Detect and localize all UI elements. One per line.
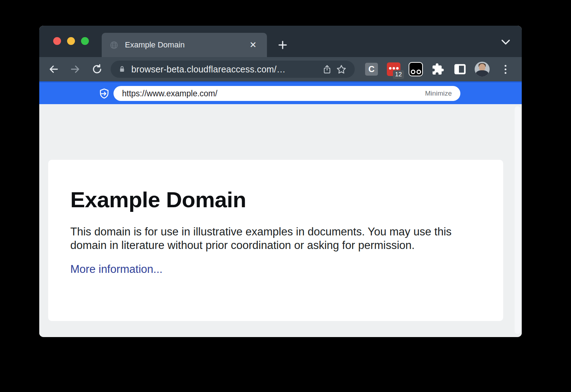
lock-icon (118, 65, 126, 74)
side-panel-icon (454, 63, 466, 76)
user-avatar (475, 62, 490, 77)
address-bar[interactable]: browser-beta.cloudflareaccess.com/… (111, 61, 355, 78)
reload-button[interactable] (89, 61, 106, 78)
extension-c-icon: C (365, 63, 378, 76)
zoom-window-button[interactable] (81, 37, 89, 45)
isolation-url-value: https://www.example.com/ (122, 89, 425, 98)
minimize-window-button[interactable] (67, 37, 75, 45)
forward-arrow-icon (70, 63, 81, 75)
share-button[interactable] (320, 62, 334, 76)
side-panel-button[interactable] (453, 62, 468, 77)
chevron-down-icon (500, 38, 511, 46)
share-icon (322, 64, 332, 75)
minimize-bar-button[interactable]: Minimize (425, 90, 452, 97)
isolation-shield (98, 87, 110, 100)
window-controls (53, 37, 89, 45)
content-card: Example Domain This domain is for use in… (48, 160, 503, 321)
extension-two-circles-icon (409, 62, 423, 76)
isolation-url-input[interactable]: https://www.example.com/ Minimize (113, 86, 460, 101)
vertical-scrollbar[interactable] (515, 106, 520, 334)
page-viewport: Example Domain This domain is for use in… (39, 104, 522, 336)
extension-badge-count: 12 (393, 70, 404, 79)
address-bar-url: browser-beta.cloudflareaccess.com/… (131, 64, 320, 75)
extensions-menu-button[interactable] (430, 62, 445, 77)
tab-example-domain[interactable]: Example Domain ✕ (102, 33, 267, 57)
puzzle-piece-icon (431, 63, 444, 76)
page-heading: Example Domain (70, 187, 503, 212)
tab-strip: Example Domain ✕ (39, 26, 522, 57)
close-window-button[interactable] (53, 37, 61, 45)
forward-button[interactable] (67, 61, 84, 78)
back-button[interactable] (45, 61, 62, 78)
bookmark-star-button[interactable] (334, 62, 348, 76)
plus-icon (277, 40, 288, 50)
page-paragraph: This domain is for use in illustrative e… (70, 225, 484, 252)
browser-toolbar: browser-beta.cloudflareaccess.com/… C 12 (39, 57, 522, 81)
extensions-area: C 12 (364, 62, 506, 77)
reload-icon (91, 63, 103, 75)
tab-close-icon[interactable]: ✕ (247, 39, 259, 51)
tab-search-chevron-button[interactable] (500, 38, 511, 46)
isolation-bar: https://www.example.com/ Minimize (39, 81, 522, 104)
browser-menu-button[interactable] (505, 65, 506, 74)
extension-camera-button[interactable] (408, 62, 423, 77)
back-arrow-icon (48, 63, 59, 75)
star-icon (336, 64, 347, 75)
shield-arrow-icon (98, 87, 110, 100)
extension-c-button[interactable]: C (364, 62, 379, 77)
kebab-menu-icon (505, 65, 506, 67)
profile-button[interactable] (475, 62, 490, 77)
more-information-link[interactable]: More information... (70, 263, 162, 276)
tab-title: Example Domain (125, 40, 247, 50)
new-tab-button[interactable] (275, 37, 290, 53)
globe-favicon-icon (110, 41, 118, 50)
browser-window: Example Domain ✕ browse (39, 26, 522, 337)
extension-dots-button[interactable]: 12 (386, 62, 401, 77)
